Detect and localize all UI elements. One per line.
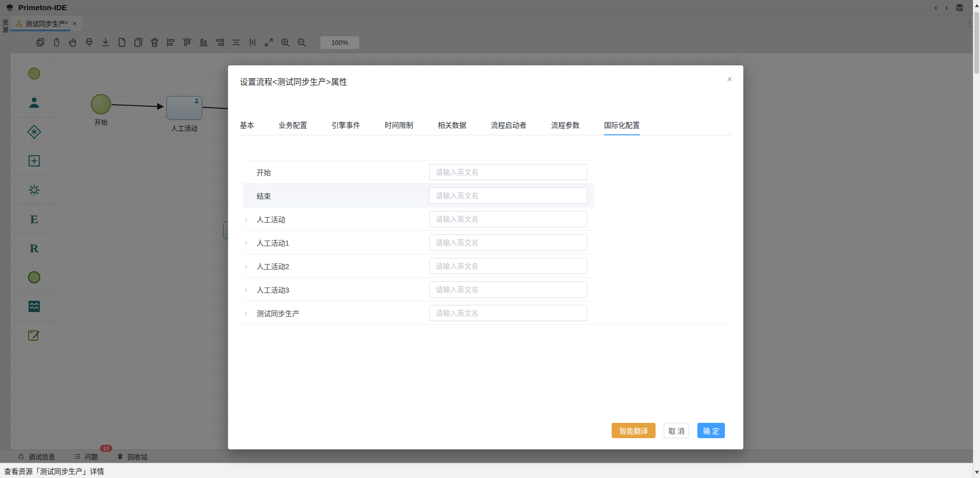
process-properties-dialog: 设置流程<测试同步生产>属性 × 基本业务配置引擎事件时间限制相关数据流程启动者… <box>228 65 743 449</box>
english-name-input[interactable] <box>429 164 587 180</box>
expand-chevron-icon[interactable]: › <box>243 285 257 294</box>
node-name-label: 人工活动3 <box>257 284 289 295</box>
english-name-input[interactable] <box>429 305 587 321</box>
node-name-label: 人工活动 <box>257 214 285 224</box>
dialog-tab-7[interactable]: 流程参数 <box>551 114 580 135</box>
node-name-label: 结束 <box>257 190 271 201</box>
expand-chevron-icon[interactable]: › <box>243 238 257 247</box>
english-name-input[interactable] <box>429 258 587 274</box>
smart-translate-button[interactable]: 智能翻译 <box>612 423 656 438</box>
dialog-tabs: 基本业务配置引擎事件时间限制相关数据流程启动者流程参数国际化配置 <box>240 114 732 135</box>
node-name-label: 人工活动1 <box>257 237 289 248</box>
application-window: Primeton-IDE ‹ › 资源 测试同步生产* × <box>0 0 980 478</box>
i18n-row: 开始 <box>243 160 594 184</box>
i18n-row: ›人工活动2 <box>243 254 594 278</box>
dialog-close-icon[interactable]: × <box>724 74 735 85</box>
window-scrollbar[interactable] <box>973 0 980 478</box>
dialog-tab-3[interactable]: 引擎事件 <box>332 114 360 135</box>
node-name-label: 人工活动2 <box>257 261 289 271</box>
dialog-tab-5[interactable]: 相关数据 <box>438 114 466 135</box>
dialog-tab-8[interactable]: 国际化配置 <box>604 114 640 135</box>
dialog-tab-4[interactable]: 时间限制 <box>385 114 413 135</box>
node-name-label: 测试同步生产 <box>257 308 299 318</box>
english-name-input[interactable] <box>429 281 587 298</box>
dialog-footer: 智能翻译 取 消 确 定 <box>612 423 725 438</box>
status-bar: 查看资源「测试同步生产」详情 <box>0 463 973 478</box>
scroll-up-icon[interactable] <box>975 4 979 7</box>
scroll-down-icon[interactable] <box>975 471 979 474</box>
i18n-row: 结束 <box>243 184 594 207</box>
cancel-button[interactable]: 取 消 <box>664 423 689 438</box>
dialog-tab-2[interactable]: 业务配置 <box>279 114 307 135</box>
english-name-input[interactable] <box>429 211 587 227</box>
i18n-row: ›人工活动 <box>243 207 594 231</box>
i18n-config-table: 开始结束›人工活动›人工活动1›人工活动2›人工活动3›测试同步生产 <box>243 160 594 325</box>
expand-chevron-icon[interactable]: › <box>243 261 257 270</box>
expand-chevron-icon[interactable]: › <box>243 308 257 317</box>
i18n-row: ›人工活动3 <box>243 278 594 301</box>
english-name-input[interactable] <box>429 234 587 251</box>
node-name-label: 开始 <box>257 167 271 177</box>
dialog-title: 设置流程<测试同步生产>属性 <box>240 77 347 88</box>
i18n-row: ›测试同步生产 <box>243 301 594 325</box>
dialog-tab-1[interactable]: 基本 <box>240 114 254 135</box>
expand-chevron-icon[interactable]: › <box>243 214 257 223</box>
status-bar-text: 查看资源「测试同步生产」详情 <box>4 466 104 476</box>
english-name-input[interactable] <box>429 187 587 204</box>
ok-button[interactable]: 确 定 <box>697 423 725 438</box>
i18n-row: ›人工活动1 <box>243 231 594 254</box>
dialog-tab-6[interactable]: 流程启动者 <box>491 114 526 135</box>
table-bottom-divider <box>240 324 732 325</box>
scrollbar-thumb[interactable] <box>974 12 979 74</box>
